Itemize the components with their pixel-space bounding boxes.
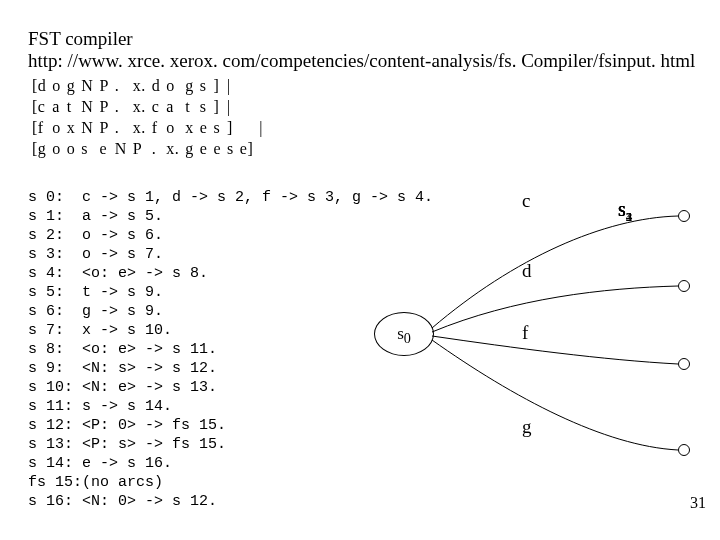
state-arc-listing: s 0:c -> s 1, d -> s 2, f -> s 3, g -> s…: [28, 188, 433, 511]
edge-label-c: c: [522, 190, 530, 212]
page-number: 31: [690, 494, 706, 512]
edge-label-d: d: [522, 260, 532, 282]
node-s1-dot: [678, 210, 690, 222]
label-s4: s4: [618, 198, 632, 225]
node-s0: s0: [374, 312, 434, 356]
source-url: http: //www. xrce. xerox. com/competenci…: [28, 50, 695, 72]
edge-label-g: g: [522, 416, 532, 438]
node-s4-dot: [678, 444, 690, 456]
node-s3-dot: [678, 358, 690, 370]
edge-label-f: f: [522, 322, 528, 344]
node-s2-dot: [678, 280, 690, 292]
fst-graph: s0 s1 s2 s3 s4 c d f g: [374, 198, 704, 498]
page-title: FST compiler: [28, 28, 133, 50]
regex-input-block: [dogNP.x.dogs]|[catNP.x.cats]|[foxNP.x.f…: [28, 74, 279, 160]
